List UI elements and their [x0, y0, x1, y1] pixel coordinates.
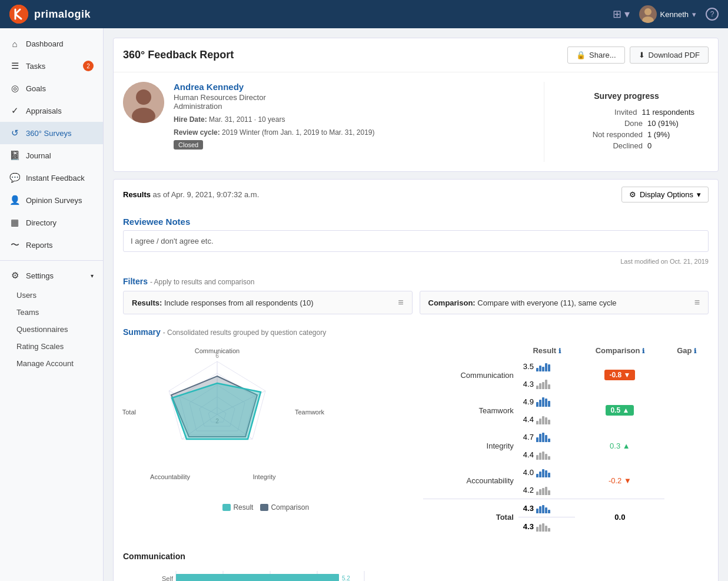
status-badge: Closed — [174, 140, 203, 150]
svg-text:Integrity: Integrity — [252, 473, 276, 480]
mini-bars-comp — [536, 414, 550, 424]
svg-text:6: 6 — [215, 353, 219, 359]
sidebar-label-opinion-surveys: Opinion Surveys — [26, 196, 82, 205]
svg-point-4 — [136, 89, 151, 105]
share-button[interactable]: 🔒 Share... — [567, 47, 625, 64]
filters-subtitle: - Apply to results and comparison — [150, 278, 254, 286]
nav-right-area: ⊞ ▾ Kenneth ▾ ? — [613, 5, 719, 23]
app-logo-icon[interactable] — [9, 5, 28, 24]
sidebar-label-dashboard: Dashboard — [26, 39, 64, 48]
help-icon[interactable]: ? — [706, 8, 719, 21]
report-profile-area: Andrea Kennedy Human Resources Director … — [114, 72, 718, 171]
radar-legend: Result Comparison — [123, 503, 409, 512]
comparison-integrity: 4.4 — [518, 446, 576, 463]
dropdown-chevron-icon: ▾ — [697, 190, 701, 199]
filter-comparison-text: Comparison: Compare with everyone (11), … — [428, 298, 617, 307]
review-cycle-label: Review cycle: — [174, 128, 220, 137]
declined-label: Declined — [613, 141, 643, 150]
reports-icon: 〜 — [9, 240, 20, 251]
comparison-communication: 4.3 — [518, 375, 576, 393]
sidebar-item-instant-feedback[interactable]: 💬 Instant Feedback — [0, 167, 103, 189]
dashboard-icon: ⌂ — [9, 39, 20, 49]
done-value: 10 (91%) — [647, 119, 694, 128]
legend-result-color — [222, 504, 231, 511]
declined-value: 0 — [647, 141, 694, 150]
svg-text:Accountability: Accountability — [150, 473, 190, 480]
gap-communication: -0.8 ▼ — [575, 357, 664, 393]
sidebar-item-settings[interactable]: ⚙ Settings ▾ — [0, 264, 103, 287]
result-communication: 3.5 — [518, 357, 576, 375]
sidebar-item-tasks[interactable]: ☰ Tasks 2 — [0, 55, 103, 77]
result-integrity: 4.7 — [518, 428, 576, 446]
notes-modified: Last modified on Oct. 21, 2019 — [114, 257, 718, 271]
summary-label: Summary — [123, 327, 161, 337]
opinion-surveys-icon: 👤 — [9, 195, 20, 205]
sidebar-sub-questionnaires[interactable]: Questionnaires — [0, 321, 103, 338]
share-label: Share... — [589, 51, 616, 59]
sidebar-item-journal[interactable]: 📓 Journal — [0, 144, 103, 167]
svg-point-1 — [644, 8, 651, 15]
user-menu[interactable]: Kenneth ▾ — [639, 5, 696, 23]
sidebar-item-360-surveys[interactable]: ↺ 360° Surveys — [0, 122, 103, 144]
lock-icon: 🔒 — [576, 51, 586, 59]
filter-results-text: Results: Include responses from all resp… — [132, 298, 314, 307]
sidebar-label-appraisals: Appraisals — [26, 107, 62, 115]
sidebar-sub-teams[interactable]: Teams — [0, 304, 103, 321]
tasks-badge: 2 — [83, 61, 94, 71]
user-dropdown-icon: ▾ — [692, 10, 696, 19]
cat-integrity: Integrity — [423, 428, 518, 463]
cat-teamwork: Teamwork — [423, 393, 518, 428]
cat-accountability: Accountability — [423, 463, 518, 499]
sidebar-sub-users[interactable]: Users — [0, 287, 103, 304]
sidebar-item-reports[interactable]: 〜 Reports — [0, 234, 103, 257]
sidebar-label-360-surveys: 360° Surveys — [26, 129, 71, 138]
sidebar-item-appraisals[interactable]: ✓ Appraisals — [0, 99, 103, 122]
grid-menu-icon[interactable]: ⊞ ▾ — [613, 8, 630, 21]
invited-label: Invited — [614, 108, 637, 117]
download-label: Download PDF — [649, 51, 700, 59]
progress-row-invited: Invited 11 respondents — [559, 108, 694, 117]
filter-comparison-icon[interactable]: ≡ — [694, 297, 700, 308]
report-card-header: 360° Feedback Report 🔒 Share... ⬇ Downlo… — [114, 38, 718, 72]
comparison-accountability: 4.2 — [518, 481, 576, 499]
not-responded-value: 1 (9%) — [647, 130, 694, 139]
progress-row-declined: Declined 0 — [559, 141, 694, 150]
table-row: Accountability 4.0 — [423, 463, 709, 499]
table-row-total: Total 4.3 — [423, 499, 709, 535]
sidebar-item-directory[interactable]: ▦ Directory — [0, 211, 103, 234]
sidebar-sub-rating-scales[interactable]: Rating Scales — [0, 338, 103, 355]
display-options-button[interactable]: ⚙ Display Options ▾ — [621, 187, 709, 202]
svg-point-0 — [9, 5, 28, 24]
gap-teamwork: 0.5 ▲ — [575, 393, 664, 428]
mini-bars-comp — [536, 379, 550, 389]
mini-bars-result — [536, 431, 550, 442]
table-row: Teamwork 4.9 — [423, 393, 709, 428]
sidebar-item-opinion-surveys[interactable]: 👤 Opinion Surveys — [0, 189, 103, 211]
sidebar-label-settings: Settings — [26, 271, 54, 280]
gap-badge-pos: 0.5 ▲ — [606, 405, 634, 416]
sidebar: ⌂ Dashboard ☰ Tasks 2 ◎ Goals ✓ Appraisa… — [0, 28, 104, 581]
filters-label: Filters — [123, 277, 148, 286]
sidebar-item-dashboard[interactable]: ⌂ Dashboard — [0, 33, 103, 55]
gap-total: 0.0 — [575, 499, 664, 535]
results-table: Result ℹ Comparison ℹ Gap ℹ Communicatio… — [423, 344, 709, 535]
user-avatar — [639, 5, 657, 23]
sidebar-sub-manage-account[interactable]: Manage Account — [0, 355, 103, 372]
svg-text:5.2: 5.2 — [342, 575, 350, 581]
sidebar-item-goals[interactable]: ◎ Goals — [0, 77, 103, 99]
filter-results-icon[interactable]: ≡ — [398, 297, 403, 308]
progress-row-done: Done 10 (91%) — [559, 119, 694, 128]
mini-bars-result — [536, 396, 550, 407]
results-date: as of Apr. 9, 2021, 9:07:32 a.m. — [153, 190, 260, 199]
download-pdf-button[interactable]: ⬇ Download PDF — [630, 47, 709, 64]
report-actions: 🔒 Share... ⬇ Download PDF — [567, 47, 709, 64]
notes-text: I agree / don't agree etc. — [123, 230, 709, 252]
legend-result: Result — [222, 503, 253, 512]
progress-row-not-responded: Not responded 1 (9%) — [559, 130, 694, 139]
journal-icon: 📓 — [9, 150, 20, 161]
mini-bars-result — [536, 467, 550, 477]
mini-bars-result-total — [536, 503, 550, 513]
radar-chart-container: Communication 6 Teamwork Integrity Accou… — [123, 344, 409, 535]
svg-rect-31 — [176, 574, 339, 581]
cat-total: Total — [423, 499, 518, 535]
